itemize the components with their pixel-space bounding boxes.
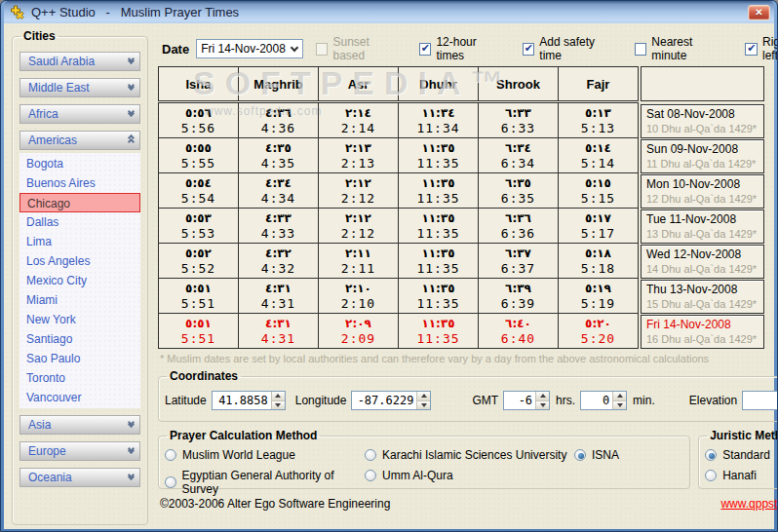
time-arabic: ٢:١٢ bbox=[345, 176, 371, 191]
spinner-buttons bbox=[535, 392, 549, 409]
prayer-time-cell: ٥:٢٠ 5:20 bbox=[558, 313, 639, 349]
radio-standard[interactable]: Standard bbox=[705, 448, 778, 462]
checkbox-right-to-left[interactable]: Right-to-left bbox=[745, 35, 778, 62]
radio-karachi-islamic-sciences-university[interactable]: Karachi Islamic Sciences University bbox=[365, 448, 574, 462]
spin-up-button[interactable] bbox=[536, 392, 549, 401]
radio-column: ISNA bbox=[574, 448, 619, 496]
spin-up-button[interactable] bbox=[613, 392, 626, 401]
prayer-time-cell: ١١:٣٥ 11:35 bbox=[398, 313, 479, 349]
elevation-value: 0 bbox=[743, 392, 778, 409]
checkbox-nearest-minute[interactable]: Nearest minute bbox=[635, 35, 729, 62]
gregorian-date: Tue 11-Nov-2008 bbox=[646, 212, 759, 227]
table-row: ٥:٥٢ 5:52 ٤:٣٢ 4:32 ٢:١١ 2:11 ١١:٣٥ 11:3… bbox=[158, 243, 778, 279]
checkbox-12-hour-times[interactable]: 12-hour times bbox=[419, 35, 506, 62]
coordinates-panel: Coordinates Latitude 41.8858 Longitude -… bbox=[158, 369, 778, 422]
radio-isna[interactable]: ISNA bbox=[574, 448, 619, 462]
checkbox-box bbox=[635, 43, 647, 56]
city-label: Chicago bbox=[27, 197, 70, 210]
checkbox-add-safety-time[interactable]: Add safety time bbox=[523, 35, 618, 62]
website-link[interactable]: www.qppstudio.net bbox=[720, 497, 778, 511]
city-item-santiago[interactable]: Santiago bbox=[19, 329, 140, 349]
city-item-toronto[interactable]: Toronto bbox=[19, 368, 140, 388]
spin-down-button[interactable] bbox=[613, 401, 626, 410]
hijri-date: 13 Dhu al-Qa`da 1429* bbox=[646, 227, 759, 241]
radio-button bbox=[705, 449, 717, 461]
prayer-time-cell: ٤:٣٥ 4:35 bbox=[238, 137, 319, 173]
footer: ©2003-2006 Alter Ego Software Engineerin… bbox=[158, 497, 778, 511]
city-item-new-york[interactable]: New York bbox=[19, 310, 140, 329]
chevron-double-icon bbox=[129, 86, 134, 90]
hijri-date: 16 Dhu al-Qa`da 1429* bbox=[646, 332, 759, 346]
latitude-spinner[interactable]: 41.8858 bbox=[212, 391, 286, 410]
city-label: Toronto bbox=[26, 371, 65, 385]
cities-panel: Cities Saudi Arabia Middle East Africa A… bbox=[12, 29, 148, 525]
gmt-hours-spinner[interactable]: -6 bbox=[503, 391, 550, 410]
radio-hanafi[interactable]: Hanafi bbox=[705, 469, 778, 482]
city-item-buenos-aires[interactable]: Buenos Aires bbox=[19, 173, 140, 193]
city-item-vancouver[interactable]: Vancouver bbox=[19, 388, 140, 407]
sidebar-group-label: Africa bbox=[28, 107, 58, 121]
date-column-header bbox=[641, 66, 764, 101]
city-item-los-angeles[interactable]: Los Angeles bbox=[19, 251, 140, 271]
time-western: 11:35 bbox=[416, 226, 459, 241]
date-dropdown[interactable]: Fri 14-Nov-2008 bbox=[196, 39, 303, 58]
date-panel: Sun 09-Nov-2008 11 Dhu al-Qa`da 1429* bbox=[641, 139, 764, 173]
time-arabic: ٤:٣٦ bbox=[265, 106, 292, 121]
time-western: 4:35 bbox=[261, 156, 295, 171]
prayer-time-cell: ٥:١٣ 5:13 bbox=[558, 102, 639, 138]
time-western: 5:14 bbox=[581, 156, 615, 171]
radio-umm-al-qura[interactable]: Umm Al-Qura bbox=[365, 469, 574, 482]
spin-up-button[interactable] bbox=[272, 392, 285, 401]
chevron-double-icon bbox=[129, 423, 134, 427]
city-item-miami[interactable]: Miami bbox=[19, 290, 140, 310]
city-item-chicago[interactable]: Chicago bbox=[19, 193, 140, 212]
time-arabic: ٢:١٢ bbox=[345, 211, 371, 226]
city-label: Dallas bbox=[26, 215, 58, 229]
prayer-time-cell: ١١:٣٥ 11:35 bbox=[398, 137, 479, 173]
radio-egyptian-general-authority-of-survey[interactable]: Egyptian General Authority of Survey bbox=[165, 469, 365, 496]
city-label: New York bbox=[26, 313, 76, 326]
sidebar-group-saudi-arabia[interactable]: Saudi Arabia bbox=[19, 52, 140, 71]
city-item-mexico-city[interactable]: Mexico City bbox=[19, 271, 140, 290]
sidebar-group-asia[interactable]: Asia bbox=[19, 415, 140, 435]
time-western: 5:17 bbox=[581, 226, 615, 241]
hijri-date: 15 Dhu al-Qa`da 1429* bbox=[646, 297, 759, 311]
prayer-time-cell: ٤:٣١ 4:31 bbox=[238, 278, 319, 314]
longitude-spinner[interactable]: -87.6229 bbox=[351, 391, 431, 410]
cities-panel-title: Cities bbox=[20, 29, 58, 43]
prayer-time-cell: ٥:١٤ 5:14 bbox=[558, 137, 639, 173]
gmt-minutes-spinner[interactable]: 0 bbox=[580, 391, 627, 410]
gmt-minutes-value: 0 bbox=[581, 392, 612, 409]
close-button[interactable]: ✕ bbox=[748, 5, 770, 20]
checkbox-sunset-based[interactable]: Sunset based bbox=[316, 35, 403, 62]
spin-up-button[interactable] bbox=[417, 392, 430, 401]
time-western: 5:19 bbox=[581, 296, 615, 311]
city-item-sao-paulo[interactable]: Sao Paulo bbox=[19, 349, 140, 368]
time-western: 2:11 bbox=[341, 261, 375, 276]
juristic-method-panel: Juristic Method Standard Hanafi bbox=[698, 429, 778, 489]
latitude-label: Latitude bbox=[165, 394, 207, 407]
sidebar-group-americas[interactable]: Americas bbox=[19, 131, 140, 150]
sidebar-group-europe[interactable]: Europe bbox=[19, 441, 140, 461]
sidebar-group-middle-east[interactable]: Middle East bbox=[19, 78, 140, 97]
city-item-lima[interactable]: Lima bbox=[19, 232, 140, 251]
elevation-spinner[interactable]: 0 bbox=[742, 391, 778, 410]
sidebar-group-africa[interactable]: Africa bbox=[19, 104, 140, 124]
spin-down-button[interactable] bbox=[272, 401, 285, 410]
date-label: Date bbox=[162, 42, 189, 57]
city-item-dallas[interactable]: Dallas bbox=[19, 212, 140, 232]
time-arabic: ٥:٥٤ bbox=[185, 176, 212, 191]
chevron-double-icon bbox=[129, 449, 134, 453]
time-western: 5:53 bbox=[181, 226, 215, 241]
city-item-bogota[interactable]: Bogota bbox=[19, 154, 140, 173]
radio-label: ISNA bbox=[592, 448, 619, 462]
spin-down-button[interactable] bbox=[417, 401, 430, 410]
radio-muslim-world-league[interactable]: Muslim World League bbox=[165, 448, 365, 462]
sidebar-group-oceania[interactable]: Oceania bbox=[19, 468, 140, 487]
time-western: 11:34 bbox=[416, 121, 459, 135]
time-western: 2:10 bbox=[341, 296, 375, 311]
time-western: 4:33 bbox=[261, 226, 295, 241]
prayer-time-cell: ٢:١١ 2:11 bbox=[318, 243, 399, 279]
spin-down-button[interactable] bbox=[536, 401, 549, 410]
sidebar-groups-bottom: Asia Europe Oceania bbox=[19, 415, 141, 487]
